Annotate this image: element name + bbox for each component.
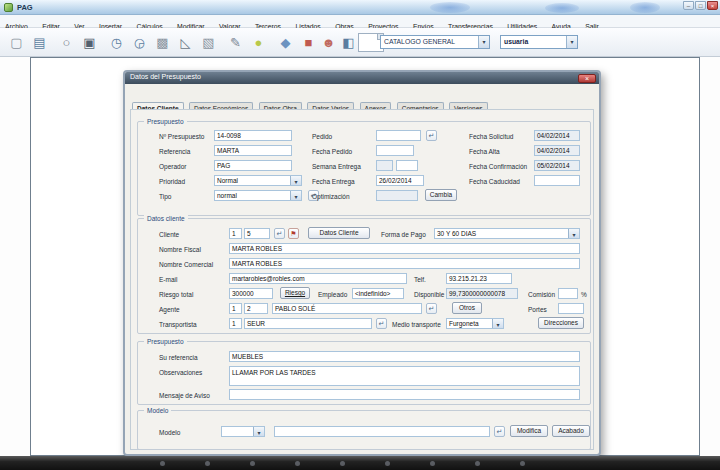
save-icon[interactable]: ▤ — [29, 31, 50, 52]
fecha-caducidad-field[interactable] — [534, 175, 580, 186]
dialog-titlebar[interactable]: Datos del Presupuesto × — [125, 72, 599, 84]
agente-codigo-field[interactable]: 2 — [244, 303, 268, 314]
chevron-down-icon[interactable]: ▾ — [290, 176, 301, 185]
taskbar-item[interactable] — [205, 461, 210, 466]
chevron-down-icon[interactable]: ▾ — [290, 191, 301, 200]
chevron-down-icon[interactable]: ▾ — [478, 36, 489, 48]
fecha-pedido-field[interactable] — [376, 145, 414, 156]
search-icon[interactable]: ○ — [56, 31, 77, 52]
close-button[interactable]: × — [707, 1, 718, 10]
toolbar: ▢ ▤ ○ ▣ ◷ ◶ ▩ ◺ ▧ ✎ ● ◆ ■ ☻ ◧ CATALOGO G… — [0, 28, 720, 57]
telf-field[interactable]: 93.215.21.23 — [446, 273, 512, 284]
taskbar-item[interactable] — [430, 461, 435, 466]
taskbar-item[interactable] — [160, 461, 165, 466]
fecha-confirmacion-field[interactable]: 05/02/2014 — [534, 160, 580, 171]
transportista-lookup-icon[interactable]: ↵ — [376, 318, 387, 329]
chevron-down-icon[interactable]: ▾ — [566, 36, 577, 48]
modelo-lookup-icon[interactable]: ↵ — [494, 426, 505, 437]
transportista-nombre-field[interactable]: SEUR — [244, 318, 372, 329]
label-disponible: Disponible — [414, 289, 444, 300]
label-fecha-solicitud: Fecha Solicitud — [469, 131, 513, 142]
group-presupuesto-referencias: Presupuesto Su referencia MUEBLES Observ… — [137, 341, 591, 405]
direcciones-button[interactable]: Direcciones — [538, 317, 584, 329]
taskbar-item[interactable] — [295, 461, 300, 466]
group-title: Datos cliente — [144, 214, 188, 223]
forma-de-pago-select[interactable]: 30 Y 60 DIAS ▾ — [434, 228, 580, 239]
riesgo-total-field[interactable]: 300000 — [229, 288, 273, 299]
riesgo-button[interactable]: Riesgo — [280, 287, 310, 299]
modelo-descripcion-field[interactable] — [274, 426, 490, 437]
transportista-codigo-field[interactable]: 1 — [229, 318, 242, 329]
semana-entrega-field-2[interactable] — [396, 160, 418, 171]
chevron-down-icon[interactable]: ▾ — [253, 427, 264, 436]
otros-button[interactable]: Otros — [452, 302, 482, 314]
taskbar-item[interactable] — [475, 461, 480, 466]
label-referencia: Referencia — [159, 146, 190, 157]
group-datos-cliente: Datos cliente Cliente 1 5 ↵ ⚑ Datos Clie… — [137, 218, 591, 334]
agente-tipo-field[interactable]: 1 — [229, 303, 242, 314]
fecha-entrega-field[interactable]: 26/02/2014 — [376, 175, 424, 186]
status-check-icon[interactable]: ● — [248, 31, 269, 52]
fecha-solicitud-field[interactable]: 04/02/2014 — [534, 130, 580, 141]
minimize-button[interactable]: – — [683, 1, 694, 10]
su-referencia-field[interactable]: MUEBLES — [229, 351, 580, 362]
cliente-codigo-field[interactable]: 5 — [244, 228, 270, 239]
catalog-select[interactable]: CATALOGO GENERAL ▾ — [380, 35, 490, 49]
paste-history-icon[interactable]: ◶ — [129, 31, 150, 52]
cube-blue-icon[interactable]: ◆ — [275, 31, 296, 52]
acabado-button[interactable]: Acabado — [552, 425, 590, 437]
pedido-field[interactable] — [376, 130, 421, 141]
label-modelo: Modelo — [159, 427, 180, 438]
cambiar-button[interactable]: Cambia — [425, 189, 457, 201]
copy-history-icon[interactable]: ◷ — [106, 31, 127, 52]
cliente-flag-icon[interactable]: ⚑ — [288, 228, 299, 239]
dialog-close-button[interactable]: × — [578, 74, 596, 83]
referencia-field[interactable]: MARTA — [214, 145, 292, 156]
tipo-select[interactable]: normal ▾ — [214, 190, 302, 201]
cube-red-icon[interactable]: ■ — [298, 31, 319, 52]
nombre-comercial-field[interactable]: MARTA ROBLES — [229, 258, 580, 269]
select-area-icon[interactable]: ▩ — [152, 31, 173, 52]
user-select[interactable]: usuaria ▾ — [500, 35, 578, 49]
taskbar-item[interactable] — [520, 461, 525, 466]
observaciones-textarea[interactable]: LLAMAR POR LAS TARDES — [229, 366, 580, 386]
agente-nombre-field[interactable]: PABLO SOLÉ — [272, 303, 422, 314]
modelo-select[interactable]: ▾ — [221, 426, 265, 437]
pedido-lookup-icon[interactable]: ↵ — [426, 130, 437, 141]
email-field[interactable]: martarobles@robles.com — [229, 273, 407, 284]
cliente-lookup-icon[interactable]: ↵ — [274, 228, 285, 239]
users-icon[interactable]: ☻ — [318, 31, 339, 52]
prioridad-select[interactable]: Normal ▾ — [214, 175, 302, 186]
print-icon[interactable]: ▣ — [79, 31, 100, 52]
new-document-icon[interactable]: ▢ — [6, 31, 27, 52]
taskbar[interactable] — [0, 456, 720, 470]
empleado-field[interactable]: <indefinido> — [352, 288, 404, 299]
maximize-button[interactable]: □ — [695, 1, 706, 10]
optimizacion-field[interactable] — [376, 190, 418, 201]
chevron-down-icon[interactable]: ▾ — [492, 319, 503, 328]
portes-field[interactable] — [558, 303, 584, 314]
taskbar-item[interactable] — [250, 461, 255, 466]
medio-transporte-select[interactable]: Furgoneta ▾ — [446, 318, 504, 329]
datos-cliente-button[interactable]: Datos Cliente — [308, 227, 370, 239]
box-3d-icon[interactable]: ◧ — [338, 31, 359, 52]
measure-icon[interactable]: ◺ — [175, 31, 196, 52]
operador-field[interactable]: PAG — [214, 160, 292, 171]
agente-lookup-icon[interactable]: ↵ — [426, 303, 437, 314]
taskbar-item[interactable] — [385, 461, 390, 466]
modifica-button[interactable]: Modifica — [510, 425, 548, 437]
label-transportista: Transportista — [159, 319, 197, 330]
document-export-icon[interactable]: ▧ — [198, 31, 219, 52]
group-title: Presupuesto — [144, 337, 187, 346]
label-comision: Comisión — [528, 289, 555, 300]
num-presupuesto-field[interactable]: 14-0098 — [214, 130, 292, 141]
semana-entrega-field-1[interactable] — [376, 160, 393, 171]
nombre-fiscal-field[interactable]: MARTA ROBLES — [229, 243, 580, 254]
taskbar-item[interactable] — [340, 461, 345, 466]
cliente-tipo-field[interactable]: 1 — [229, 228, 242, 239]
chevron-down-icon[interactable]: ▾ — [568, 229, 579, 238]
mensaje-aviso-field[interactable] — [229, 389, 580, 400]
fecha-alta-field[interactable]: 04/02/2014 — [534, 145, 580, 156]
comision-field[interactable] — [558, 288, 578, 299]
edit-pencil-icon[interactable]: ✎ — [225, 31, 246, 52]
